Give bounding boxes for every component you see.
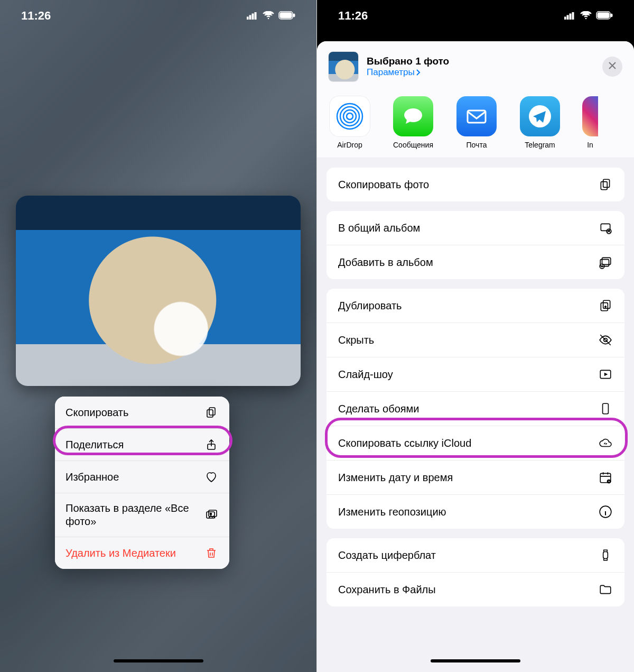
svg-rect-6 — [280, 13, 292, 18]
watch-icon — [598, 548, 613, 563]
telegram-icon — [520, 96, 560, 136]
action-add-album[interactable]: Добавить в альбом — [327, 245, 624, 279]
svg-rect-15 — [567, 15, 568, 20]
app-instagram[interactable]: In — [582, 96, 598, 149]
svg-rect-30 — [601, 224, 610, 231]
context-show-all-label: Показать в разделе «Все фото» — [66, 502, 192, 528]
messages-icon — [393, 96, 433, 136]
svg-rect-40 — [603, 403, 609, 414]
action-copy-photo-label: Скопировать фото — [338, 179, 429, 191]
context-share-label: Поделиться — [66, 439, 124, 451]
action-hide[interactable]: Скрыть — [327, 323, 624, 357]
svg-point-22 — [347, 113, 353, 119]
add-album-icon — [598, 255, 613, 270]
home-indicator[interactable] — [114, 659, 203, 662]
svg-rect-28 — [603, 179, 610, 187]
battery-icon — [278, 9, 295, 23]
sheet-title: Выбрано 1 фото — [367, 56, 449, 67]
context-copy[interactable]: Скопировать — [55, 397, 229, 429]
action-edit-location[interactable]: Изменить геопозицию — [327, 495, 624, 529]
app-messages-label: Сообщения — [393, 141, 433, 149]
svg-point-23 — [343, 110, 356, 123]
group-copy: Скопировать фото — [327, 168, 624, 201]
svg-rect-9 — [207, 410, 213, 417]
close-icon — [608, 61, 617, 72]
cellular-icon — [247, 9, 258, 23]
context-favorite[interactable]: Избранное — [55, 461, 229, 493]
status-bar: 11:26 — [317, 0, 634, 32]
copy-icon — [598, 177, 613, 192]
home-indicator[interactable] — [431, 659, 520, 662]
wifi-icon — [263, 9, 274, 23]
app-mail-label: Почта — [467, 141, 487, 149]
status-bar: 11:26 — [0, 0, 316, 32]
svg-rect-14 — [564, 17, 566, 20]
status-icons — [564, 9, 613, 23]
svg-rect-16 — [570, 14, 571, 20]
action-copy-photo[interactable]: Скопировать фото — [327, 168, 624, 201]
action-edit-date-label: Изменить дату и время — [338, 472, 453, 484]
left-screenshot: 11:26 Скопировать Поделиться — [0, 0, 317, 672]
svg-rect-44 — [603, 552, 608, 559]
action-edit-date[interactable]: Изменить дату и время — [327, 461, 624, 495]
calendar-icon — [598, 470, 613, 485]
svg-rect-21 — [611, 14, 612, 17]
context-delete-label: Удалить из Медиатеки — [66, 547, 176, 559]
context-menu: Скопировать Поделиться Избранное Показат… — [55, 397, 229, 569]
cellular-icon — [564, 9, 576, 23]
status-time: 11:26 — [338, 9, 368, 23]
duplicate-icon — [598, 298, 613, 313]
wifi-icon — [580, 9, 592, 23]
action-watch-face[interactable]: Создать циферблат — [327, 538, 624, 573]
battery-icon — [596, 9, 613, 23]
slideshow-icon — [598, 367, 613, 382]
action-wallpaper[interactable]: Сделать обоями — [327, 392, 624, 426]
svg-rect-8 — [209, 408, 215, 415]
action-hide-label: Скрыть — [338, 334, 374, 346]
share-app-row[interactable]: AirDrop Сообщения Почта Telegram — [317, 91, 634, 158]
group-misc: Создать циферблат Сохранить в Файлы — [327, 538, 624, 606]
info-icon — [598, 504, 613, 519]
app-telegram[interactable]: Telegram — [519, 96, 561, 149]
action-add-album-label: Добавить в альбом — [338, 256, 433, 269]
group-edit: Дублировать Скрыть Слайд-шоу Сделать обо… — [327, 289, 624, 529]
action-shared-album[interactable]: В общий альбом — [327, 211, 624, 245]
svg-rect-17 — [572, 12, 574, 20]
svg-rect-1 — [249, 15, 251, 20]
right-screenshot: 11:26 Выбрано 1 фото Параметры — [317, 0, 634, 672]
app-messages[interactable]: Сообщения — [392, 96, 434, 149]
sheet-header: Выбрано 1 фото Параметры — [317, 41, 634, 91]
sheet-options-link[interactable]: Параметры — [367, 67, 449, 78]
sheet-options-label: Параметры — [367, 67, 415, 78]
photo-thumbnail[interactable] — [329, 52, 358, 81]
action-slideshow[interactable]: Слайд-шоу — [327, 357, 624, 392]
photo-preview[interactable] — [16, 196, 301, 386]
action-icloud-link[interactable]: Скопировать ссылку iCloud — [327, 426, 624, 461]
svg-rect-29 — [601, 182, 607, 190]
trash-icon — [204, 546, 219, 560]
svg-rect-7 — [293, 14, 295, 17]
context-show-all[interactable]: Показать в разделе «Все фото» — [55, 493, 229, 537]
svg-rect-2 — [252, 14, 254, 20]
action-save-files[interactable]: Сохранить в Файлы — [327, 573, 624, 606]
context-delete[interactable]: Удалить из Медиатеки — [55, 537, 229, 569]
status-time: 11:26 — [21, 9, 51, 23]
gallery-icon — [204, 508, 219, 522]
action-slideshow-label: Слайд-шоу — [338, 369, 393, 381]
action-save-files-label: Сохранить в Файлы — [338, 584, 436, 596]
svg-point-13 — [210, 513, 212, 515]
svg-point-18 — [585, 18, 587, 20]
close-button[interactable] — [602, 57, 622, 77]
action-icloud-link-label: Скопировать ссылку iCloud — [338, 437, 471, 449]
app-airdrop[interactable]: AirDrop — [329, 96, 371, 149]
app-mail[interactable]: Почта — [455, 96, 498, 149]
app-telegram-label: Telegram — [525, 141, 555, 149]
action-duplicate[interactable]: Дублировать — [327, 289, 624, 323]
mail-icon — [456, 96, 497, 136]
status-icons — [247, 9, 295, 23]
context-copy-label: Скопировать — [66, 407, 128, 419]
svg-point-4 — [268, 18, 269, 20]
context-share[interactable]: Поделиться — [55, 429, 229, 461]
action-duplicate-label: Дублировать — [338, 300, 402, 312]
hide-icon — [598, 333, 613, 347]
